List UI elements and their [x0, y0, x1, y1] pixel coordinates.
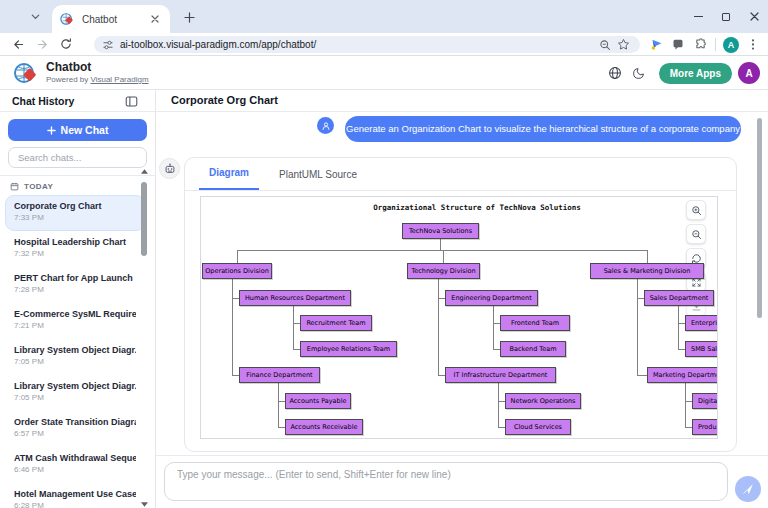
bookmark-star-icon[interactable] [614, 37, 632, 53]
chat-item-time: 7:21 PM [14, 321, 136, 330]
window-close-button[interactable] [740, 4, 768, 30]
sidebar-scrollbar[interactable] [141, 168, 148, 508]
search-input[interactable] [8, 147, 147, 168]
plus-icon [47, 126, 56, 135]
window-maximize-button[interactable] [712, 4, 740, 30]
sidebar-header: Chat History [0, 90, 155, 112]
org-node-root: TechNova Solutions [402, 223, 479, 239]
tab-plantuml-source[interactable]: PlantUML Source [269, 159, 367, 190]
browser-menu-kebab-icon[interactable] [742, 35, 764, 55]
person-icon [321, 121, 331, 131]
chat-item-time: 6:46 PM [14, 465, 136, 474]
chat-history-item[interactable]: Library System Object Diagr...7:05 PM [5, 375, 145, 411]
zoom-out-button[interactable] [686, 224, 706, 244]
chat-history-item[interactable]: Library System Object Diagr...7:05 PM [5, 339, 145, 375]
tab-diagram[interactable]: Diagram [199, 157, 259, 190]
tab-close-icon[interactable] [148, 12, 162, 26]
sidebar-collapse-icon[interactable] [124, 94, 139, 109]
org-node-mkt: Marketing Departme [647, 367, 718, 383]
chat-area: Generate an Organization Chart to visual… [156, 112, 768, 508]
address-bar[interactable]: ai-toolbox.visual-paradigm.com/app/chatb… [94, 36, 640, 53]
extensions-puzzle-icon[interactable] [689, 35, 711, 55]
chat-history-item[interactable]: Hotel Management Use Case6:28 PM [5, 483, 145, 508]
app-header: Chatbot Powered by Visual Paradigm More … [0, 56, 768, 90]
extension-chat-icon[interactable] [667, 35, 689, 55]
chat-history-list: Corporate Org Chart7:33 PMHospital Leade… [0, 195, 155, 508]
site-settings-icon[interactable] [102, 39, 114, 51]
chat-history-title: Chat History [12, 95, 74, 107]
list-divider [0, 175, 155, 176]
forward-button[interactable] [30, 34, 54, 54]
send-icon [742, 483, 754, 495]
chat-item-time: 7:05 PM [14, 393, 136, 402]
org-node-cs: Cloud Services [505, 419, 571, 435]
chat-item-title: Hospital Leadership Chart [14, 237, 136, 247]
language-globe-icon[interactable] [603, 61, 627, 85]
section-header: TODAY [10, 182, 145, 191]
robot-icon [164, 163, 176, 175]
org-node-it: IT Infrastructure Department [445, 367, 556, 383]
account-avatar[interactable]: A [738, 62, 760, 84]
send-button[interactable] [735, 476, 761, 502]
chat-history-item[interactable]: Order State Transition Diagra...6:57 PM [5, 411, 145, 447]
card-tabbar: Diagram PlantUML Source [185, 158, 736, 191]
chat-item-time: 7:05 PM [14, 357, 136, 366]
profile-avatar[interactable]: A [720, 35, 742, 55]
org-node-tech: Technology Division [407, 263, 480, 279]
chat-item-time: 6:28 PM [14, 501, 136, 508]
message-input[interactable] [164, 462, 728, 501]
user-message-bubble: Generate an Organization Chart to visual… [345, 116, 741, 142]
powered-by: Powered by Visual Paradigm [46, 75, 149, 84]
new-chat-button[interactable]: New Chat [8, 119, 147, 141]
chat-history-item[interactable]: PERT Chart for App Launch7:28 PM [5, 267, 145, 303]
chat-item-time: 7:32 PM [14, 249, 136, 258]
scroll-up-icon[interactable] [141, 168, 148, 175]
chat-item-title: PERT Chart for App Launch [14, 273, 136, 283]
org-node-ar: Accounts Receivable [285, 419, 363, 435]
org-node-hr: Human Resources Department [239, 290, 351, 306]
chat-item-time: 6:57 PM [14, 429, 136, 438]
calendar-icon [10, 182, 19, 191]
new-tab-button[interactable] [180, 8, 198, 26]
chat-item-title: ATM Cash Withdrawal Seque... [14, 453, 136, 463]
message-input-bar [156, 455, 768, 508]
section-label: TODAY [24, 182, 53, 191]
scroll-down-icon[interactable] [141, 501, 148, 508]
org-node-be: Backend Team [500, 341, 566, 357]
browser-tab[interactable]: Chatbot [52, 5, 170, 33]
chat-history-item[interactable]: Corporate Org Chart7:33 PM [5, 195, 145, 231]
user-message-avatar [317, 117, 334, 134]
chat-item-title: Hotel Management Use Case [14, 489, 136, 499]
app-name: Chatbot [46, 60, 91, 74]
extension-lens-icon[interactable] [645, 35, 667, 55]
chat-history-item[interactable]: ATM Cash Withdrawal Seque...6:46 PM [5, 447, 145, 483]
org-node-ops: Operations Division [202, 263, 272, 279]
org-node-prod: Produ [692, 419, 718, 435]
org-node-sales: Sales & Marketing Division [590, 263, 704, 279]
reload-button[interactable] [54, 34, 78, 54]
org-node-emprel: Employee Relations Team [300, 341, 397, 357]
back-button[interactable] [6, 34, 30, 54]
tab-search-chevron-icon[interactable] [27, 8, 44, 25]
sidebar-scrollbar-thumb[interactable] [141, 182, 147, 256]
toolbar-separator [715, 38, 716, 51]
url-text[interactable]: ai-toolbox.visual-paradigm.com/app/chatb… [120, 39, 596, 50]
browser-toolbar: ai-toolbox.visual-paradigm.com/app/chatb… [0, 33, 768, 56]
bot-avatar [159, 158, 180, 179]
chat-item-title: E-Commerce SysML Require... [14, 309, 136, 319]
zoom-indicator-icon[interactable] [596, 37, 614, 53]
browser-window: Chatbot ai-toolbox.visual-paradigm.com/a… [0, 0, 768, 508]
org-node-fe: Frontend Team [500, 315, 570, 331]
dark-mode-moon-icon[interactable] [627, 61, 651, 85]
chat-item-title: Corporate Org Chart [14, 201, 136, 211]
more-apps-button[interactable]: More Apps [659, 63, 732, 84]
visual-paradigm-logo [14, 61, 38, 85]
visual-paradigm-link[interactable]: Visual Paradigm [90, 75, 148, 84]
org-node-sd: Sales Department [644, 290, 714, 306]
chat-history-item[interactable]: E-Commerce SysML Require...7:21 PM [5, 303, 145, 339]
zoom-in-button[interactable] [686, 200, 706, 220]
chat-history-item[interactable]: Hospital Leadership Chart7:32 PM [5, 231, 145, 267]
window-minimize-button[interactable] [684, 4, 712, 30]
chat-scrollbar-thumb[interactable] [757, 118, 762, 318]
org-node-es: Enterpris [685, 315, 718, 331]
